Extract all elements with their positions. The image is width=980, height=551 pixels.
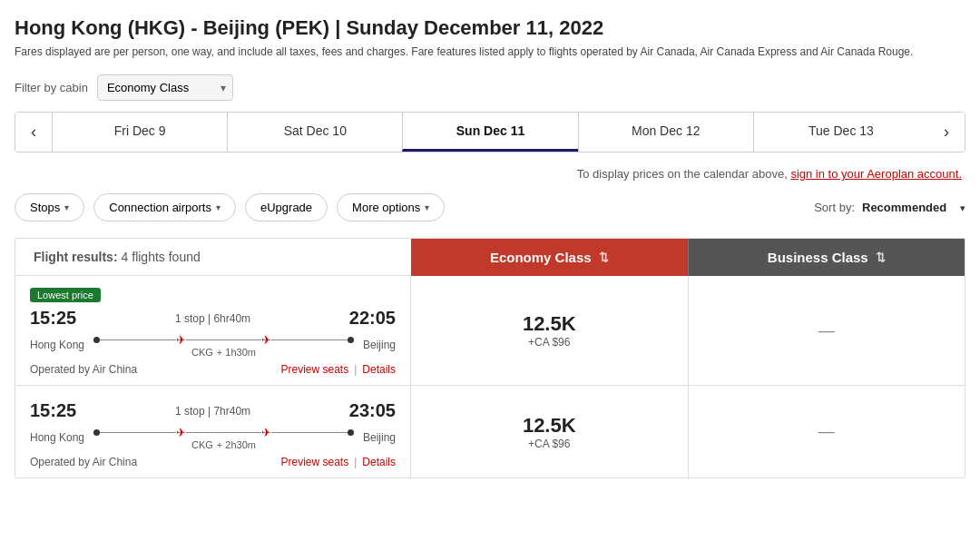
eco-pts-1: 12.5K: [523, 312, 576, 336]
details-link-1[interactable]: Details: [362, 363, 396, 376]
aeroplan-notice: To display prices on the calendar above,…: [15, 162, 965, 193]
route-dot-dest-1: [348, 337, 354, 343]
biz-dash-2: —: [818, 422, 835, 441]
results-heading: Flight results:4 flights found: [34, 250, 201, 264]
eco-price-2[interactable]: 12.5K +CA $96: [411, 386, 689, 477]
stop-code-2: CKG: [191, 439, 213, 450]
details-link-2[interactable]: Details: [362, 456, 396, 468]
date-prev-button[interactable]: ‹: [15, 113, 52, 152]
flight-dest-2: Beijing: [363, 431, 396, 444]
lowest-price-badge: Lowest price: [30, 288, 101, 302]
aeroplan-notice-text: To display prices on the calendar above,: [577, 167, 791, 181]
preview-links-2: Preview seats | Details: [280, 456, 396, 468]
flight-times-2: 15:25 1 stop | 7hr40m 23:05: [30, 400, 396, 421]
route-seg-6: [271, 432, 348, 433]
route-dot-origin-1: [93, 337, 100, 343]
results-table: Flight results:4 flights found Economy C…: [15, 238, 965, 478]
flight-depart-2: 15:25: [30, 400, 76, 421]
sort-by-label: Sort by:: [814, 201, 855, 214]
sort-select[interactable]: Recommended Price Duration Departure Tim…: [862, 201, 965, 214]
route-dot-dest-2: [348, 429, 354, 436]
route-plane-icon-1: ✈: [176, 333, 186, 347]
flight-times-1: 15:25 1 stop | 6hr40m 22:05: [30, 308, 396, 329]
route-dot-origin-2: [93, 429, 100, 436]
business-sort-icon: ⇅: [876, 251, 886, 264]
results-count: 4 flights found: [122, 250, 201, 264]
economy-sort-icon: ⇅: [599, 251, 609, 264]
eco-pts-2: 12.5K: [523, 414, 576, 438]
eupgrade-label: eUpgrade: [260, 201, 312, 214]
page-title: Hong Kong (HKG) - Beijing (PEK) | Sunday…: [15, 16, 965, 40]
stop-code-1: CKG: [191, 347, 213, 358]
eco-price-1[interactable]: 12.5K +CA $96: [411, 276, 689, 385]
results-heading-strong: Flight results:: [34, 250, 118, 264]
table-row: 15:25 1 stop | 7hr40m 23:05 Hong Kong ✈ …: [15, 386, 965, 477]
more-options-chevron-icon: ▾: [425, 202, 429, 212]
flight-route-1: Hong Kong ✈ ✈ CKG +: [30, 332, 396, 358]
flight-route-2: Hong Kong ✈ ✈ CKG +: [30, 425, 396, 450]
cabin-select-wrapper: Economy Class Business Class Premium Eco…: [97, 74, 233, 101]
route-plane-icon-2b: ✈: [261, 426, 271, 439]
more-options-label: More options: [352, 201, 420, 214]
sort-row: Sort by: Recommended Price Duration Depa…: [814, 201, 965, 214]
date-tab-mon[interactable]: Mon Dec 12: [578, 113, 753, 152]
route-seg-1: [100, 339, 176, 340]
flight-arrive-2: 23:05: [349, 400, 396, 421]
filter-cabin-label: Filter by cabin: [15, 81, 88, 94]
connection-airports-label: Connection airports: [109, 201, 211, 214]
flight-origin-1: Hong Kong: [30, 339, 84, 351]
flight-meta-2: Operated by Air China Preview seats | De…: [30, 456, 396, 468]
preview-seats-link-2[interactable]: Preview seats: [280, 456, 348, 468]
stops-filter-button[interactable]: Stops ▾: [15, 193, 84, 221]
economy-class-header[interactable]: Economy Class ⇅: [411, 239, 688, 276]
biz-price-2[interactable]: —: [689, 386, 965, 477]
stop-info-row-2: CKG + 2h30m: [191, 439, 256, 450]
flight-meta-1: Operated by Air China Preview seats | De…: [30, 363, 396, 376]
date-nav: ‹ Fri Dec 9 Sat Dec 10 Sun Dec 11 Mon De…: [15, 112, 965, 153]
filter-row: Filter by cabin Economy Class Business C…: [15, 74, 965, 101]
eco-cash-2: +CA $96: [528, 438, 570, 450]
route-seg-5: [186, 432, 262, 433]
page-subtitle: Fares displayed are per person, one way,…: [15, 45, 965, 58]
business-class-header[interactable]: Business Class ⇅: [688, 239, 965, 276]
flight-info-2: 15:25 1 stop | 7hr40m 23:05 Hong Kong ✈ …: [15, 386, 411, 477]
more-options-filter-button[interactable]: More options ▾: [337, 193, 445, 221]
flight-arrive-1: 22:05: [349, 308, 396, 329]
date-tab-tue[interactable]: Tue Dec 13: [753, 113, 928, 152]
cabin-select[interactable]: Economy Class Business Class Premium Eco…: [97, 74, 233, 101]
date-tab-sun[interactable]: Sun Dec 11: [402, 113, 577, 152]
operated-by-2: Operated by Air China: [30, 456, 137, 468]
layover-1: + 1h30m: [217, 347, 256, 358]
filter-options-row: Stops ▾ Connection airports ▾ eUpgrade M…: [15, 193, 965, 221]
table-row: Lowest price 15:25 1 stop | 6hr40m 22:05…: [15, 276, 965, 386]
biz-price-1[interactable]: —: [689, 276, 965, 385]
aeroplan-signin-link[interactable]: sign in to your Aeroplan account.: [790, 167, 962, 181]
route-line-wrapper-1: ✈ ✈ CKG + 1h30m: [84, 332, 363, 358]
flight-dest-1: Beijing: [363, 339, 396, 351]
stops-filter-label: Stops: [30, 201, 60, 214]
date-tab-sat[interactable]: Sat Dec 10: [227, 113, 402, 152]
business-class-label: Business Class: [768, 250, 868, 265]
flight-depart-1: 15:25: [30, 308, 76, 329]
route-line-2: ✈ ✈: [93, 425, 354, 439]
link-separator-1: |: [354, 363, 357, 376]
connection-airports-filter-button[interactable]: Connection airports ▾: [93, 193, 236, 221]
results-header-row: Flight results:4 flights found Economy C…: [15, 239, 965, 276]
route-line-1: ✈ ✈: [93, 332, 354, 347]
route-seg-2: [186, 339, 262, 340]
flight-origin-2: Hong Kong: [30, 431, 84, 444]
stop-info-row-1: CKG + 1h30m: [191, 347, 256, 358]
preview-seats-link-1[interactable]: Preview seats: [280, 363, 348, 376]
flight-info-1: Lowest price 15:25 1 stop | 6hr40m 22:05…: [15, 276, 411, 385]
route-line-wrapper-2: ✈ ✈ CKG + 2h30m: [84, 425, 363, 450]
page: Hong Kong (HKG) - Beijing (PEK) | Sunday…: [0, 0, 980, 493]
preview-links-1: Preview seats | Details: [280, 363, 396, 376]
eupgrade-filter-button[interactable]: eUpgrade: [245, 193, 328, 221]
date-tab-fri[interactable]: Fri Dec 9: [52, 113, 227, 152]
eco-cash-1: +CA $96: [528, 336, 570, 349]
route-plane-icon-2: ✈: [176, 426, 186, 439]
stops-chevron-icon: ▾: [64, 202, 69, 212]
flight-stop-info-1: 1 stop | 6hr40m: [175, 312, 250, 325]
link-separator-2: |: [354, 456, 357, 468]
date-next-button[interactable]: ›: [928, 113, 965, 152]
